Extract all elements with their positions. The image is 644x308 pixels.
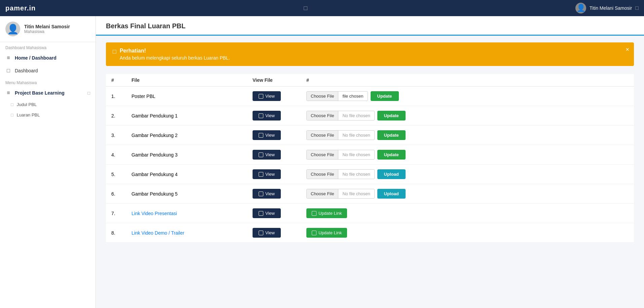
cell-file: Poster PBL <box>126 87 247 106</box>
sidebar-avatar: 👤 <box>5 22 20 36</box>
alert-content: Perhatian! Anda belum melengkapi seluruh… <box>120 48 230 61</box>
sidebar-user-role: Mahasiswa <box>24 29 70 34</box>
file-input-area: Choose Filefile chosenUpdate <box>306 91 629 101</box>
sidebar-subitem-label: Luaran PBL <box>17 112 40 117</box>
view-icon <box>259 211 263 216</box>
alert-close-button[interactable]: × <box>626 46 629 53</box>
th-viewfile: View File <box>247 74 301 87</box>
cell-action: Update Link <box>301 223 634 243</box>
link-icon <box>312 211 316 216</box>
table-row: 1.Poster PBL ViewChoose Filefile chosenU… <box>106 87 634 106</box>
cell-num: 8. <box>106 223 126 243</box>
choose-file-button[interactable]: Choose File <box>307 189 338 198</box>
cell-action: Update Link <box>301 204 634 223</box>
view-button[interactable]: View <box>253 130 281 140</box>
avatar: 👤 <box>575 3 586 13</box>
upload-button[interactable]: Upload <box>377 169 406 179</box>
choose-file-button[interactable]: Choose File <box>307 92 338 101</box>
table-body: 1.Poster PBL ViewChoose Filefile chosenU… <box>106 87 634 243</box>
file-input-area: Choose FileNo file chosenUpload <box>306 189 629 199</box>
sidebar-item-label: Project Base Learning <box>15 90 65 96</box>
update-button[interactable]: Update <box>377 130 406 140</box>
update-link-button[interactable]: Update Link <box>306 228 347 238</box>
sidebar-badge-icon: □ <box>87 91 90 96</box>
cell-file: Gambar Pendukung 3 <box>126 145 247 165</box>
view-button[interactable]: View <box>253 150 281 160</box>
cell-action: Choose FileNo file chosenUpdate <box>301 145 634 165</box>
cell-file: Gambar Pendukung 1 <box>126 106 247 126</box>
cell-file: Gambar Pendukung 5 <box>126 184 247 204</box>
cell-action: Choose FileNo file chosenUpload <box>301 165 634 184</box>
view-icon <box>259 192 263 196</box>
cell-action: Choose FileNo file chosenUpdate <box>301 126 634 145</box>
sidebar-item-home-dashboard[interactable]: ≡ Home / Dashboard <box>0 52 96 64</box>
cell-view: View <box>247 184 301 204</box>
sidebar-item-dashboard[interactable]: □ Dashboard <box>0 64 96 77</box>
cell-view: View <box>247 145 301 165</box>
cell-file: Link Video Presentasi <box>126 204 247 223</box>
file-chosen-label: No file chosen <box>338 131 374 140</box>
view-icon <box>259 94 263 99</box>
alert-warning: □ Perhatian! Anda belum melengkapi selur… <box>106 42 634 66</box>
cell-view: View <box>247 106 301 126</box>
view-icon <box>259 152 263 157</box>
cell-view: View <box>247 126 301 145</box>
page-title: Berkas Final Luaran PBL <box>106 22 186 30</box>
main-content: Berkas Final Luaran PBL □ Perhatian! And… <box>96 16 644 308</box>
view-button[interactable]: View <box>253 169 281 179</box>
square-icon: □ <box>5 68 11 74</box>
choose-file-button[interactable]: Choose File <box>307 150 338 159</box>
cell-num: 5. <box>106 165 126 184</box>
file-link[interactable]: Link Video Presentasi <box>131 211 177 216</box>
cell-view: View <box>247 204 301 223</box>
navbar-brand: pamer.in <box>5 4 36 12</box>
sidebar-section-menu: Menu Mahasiswa <box>0 77 96 87</box>
alert-warning-icon: □ <box>113 48 116 55</box>
sidebar-user-info: Titin Melani Samosir Mahasiswa <box>24 24 70 34</box>
update-button[interactable]: Update <box>377 111 406 121</box>
app-body: 👤 Titin Melani Samosir Mahasiswa Dashboa… <box>0 16 644 308</box>
file-chosen-label: No file chosen <box>338 150 374 159</box>
th-num: # <box>106 74 126 87</box>
upload-button[interactable]: Upload <box>377 189 406 199</box>
content-header: Berkas Final Luaran PBL <box>96 16 644 36</box>
sidebar-subitem-label: Judul PBL <box>17 102 37 107</box>
th-file: File <box>126 74 247 87</box>
file-input-area: Choose FileNo file chosenUpdate <box>306 130 629 140</box>
file-chosen-label: No file chosen <box>338 170 374 179</box>
cell-num: 7. <box>106 204 126 223</box>
view-icon <box>259 231 263 235</box>
cell-file: Gambar Pendukung 2 <box>126 126 247 145</box>
choose-file-button[interactable]: Choose File <box>307 131 338 140</box>
th-action: # <box>301 74 634 87</box>
view-button[interactable]: View <box>253 111 281 121</box>
update-button[interactable]: Update <box>371 91 399 101</box>
view-button[interactable]: View <box>253 228 281 238</box>
file-input-wrapper: Choose FileNo file chosen <box>306 111 375 121</box>
update-link-button[interactable]: Update Link <box>306 208 347 218</box>
choose-file-button[interactable]: Choose File <box>307 111 338 120</box>
sidebar-item-judul-pbl[interactable]: □ Judul PBL <box>0 99 96 110</box>
view-button[interactable]: View <box>253 91 281 101</box>
choose-file-button[interactable]: Choose File <box>307 170 338 179</box>
file-input-wrapper: Choose FileNo file chosen <box>306 189 375 199</box>
cell-num: 2. <box>106 106 126 126</box>
sidebar-user-profile: 👤 Titin Melani Samosir Mahasiswa <box>0 16 96 42</box>
view-button[interactable]: View <box>253 189 281 199</box>
sidebar-item-luaran-pbl[interactable]: □ Luaran PBL <box>0 110 96 120</box>
navbar-center-icon: □ <box>304 5 307 12</box>
file-input-wrapper: Choose FileNo file chosen <box>306 130 375 140</box>
sidebar-item-label: Home / Dashboard <box>15 55 56 61</box>
update-button[interactable]: Update <box>377 150 406 160</box>
cell-num: 3. <box>106 126 126 145</box>
hamburger-icon-2: ≡ <box>5 90 11 96</box>
table-header-row: # File View File # <box>106 74 634 87</box>
file-input-area: Choose FileNo file chosenUpdate <box>306 111 629 121</box>
table-row: 8.Link Video Demo / Trailer View Update … <box>106 223 634 243</box>
view-button[interactable]: View <box>253 208 281 218</box>
table-row: 6.Gambar Pendukung 5 ViewChoose FileNo f… <box>106 184 634 204</box>
sidebar-item-project-base-learning[interactable]: ≡ Project Base Learning □ <box>0 87 96 99</box>
navbar-square-icon[interactable]: □ <box>635 5 639 11</box>
file-link[interactable]: Link Video Demo / Trailer <box>131 230 184 236</box>
file-input-area: Choose FileNo file chosenUpload <box>306 169 629 179</box>
